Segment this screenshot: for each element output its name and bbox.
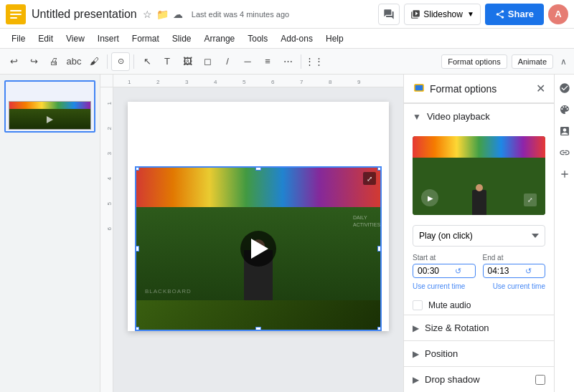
- panel-video-play-button[interactable]: [421, 189, 438, 206]
- menu-file[interactable]: File: [6, 32, 31, 45]
- toolbar-separator-3: [301, 54, 301, 69]
- end-time-refresh-icon[interactable]: ↺: [525, 267, 532, 276]
- video-playback-section-title: Video playback: [427, 111, 490, 122]
- user-avatar[interactable]: A: [548, 4, 568, 24]
- line-style-button[interactable]: ─: [238, 52, 257, 71]
- slide-video-embed[interactable]: DAILYACTIVITIES: [135, 166, 382, 331]
- size-rotation-arrow-icon: ▶: [413, 323, 419, 333]
- align-button[interactable]: ⋮⋮: [305, 52, 324, 71]
- folder-icon[interactable]: 📁: [156, 9, 169, 20]
- mute-audio-checkbox[interactable]: [413, 300, 423, 310]
- video-playback-arrow-icon: ▼: [413, 112, 421, 122]
- image-button[interactable]: 🖼: [178, 52, 197, 71]
- zoom-button[interactable]: ⊙: [111, 52, 130, 71]
- position-section-header[interactable]: ▶ Position: [404, 340, 554, 366]
- drop-shadow-checkbox[interactable]: [535, 375, 545, 385]
- menu-view[interactable]: View: [60, 32, 90, 45]
- cursor-button[interactable]: ↖: [138, 52, 156, 71]
- line-weight-button[interactable]: ≡: [258, 52, 277, 71]
- start-time-input-wrap: ↺: [413, 264, 476, 278]
- panel-video-expand-button[interactable]: ⤢: [524, 193, 537, 206]
- start-time-input[interactable]: [418, 266, 453, 276]
- svg-rect-2: [10, 14, 22, 15]
- redo-button[interactable]: ↪: [24, 52, 43, 71]
- text-button[interactable]: T: [158, 52, 177, 71]
- panel-video-colorful-banner: [413, 136, 545, 158]
- video-playback-section-header[interactable]: ▼ Video playback: [404, 103, 554, 129]
- panel-video-board: [413, 158, 545, 215]
- menu-format[interactable]: Format: [126, 32, 165, 45]
- print-button[interactable]: 🖨: [44, 52, 63, 71]
- canvas-body: 1 2 3 4 5 6: [100, 87, 403, 392]
- svg-rect-3: [10, 17, 17, 19]
- layout-icon[interactable]: [557, 123, 573, 139]
- size-rotation-section-header[interactable]: ▶ Size & Rotation: [404, 315, 554, 340]
- slideshow-dropdown-icon[interactable]: ▼: [467, 10, 474, 18]
- resize-handle-br[interactable]: [377, 327, 382, 331]
- resize-handle-ml[interactable]: [135, 246, 139, 252]
- line-dash-button[interactable]: ⋯: [278, 52, 297, 71]
- star-icon[interactable]: ☆: [143, 9, 152, 20]
- start-time-refresh-icon[interactable]: ↺: [455, 267, 461, 276]
- app-logo: [6, 4, 26, 24]
- menu-insert[interactable]: Insert: [92, 32, 125, 45]
- add-icon[interactable]: [557, 166, 573, 182]
- drop-shadow-label-group: ▶ Drop shadow: [413, 374, 480, 385]
- menu-arrange[interactable]: Arrange: [199, 32, 241, 45]
- size-rotation-section-title: Size & Rotation: [425, 322, 489, 333]
- format-panel-header: Format options ✕: [404, 75, 554, 103]
- start-use-current-link[interactable]: Use current time: [413, 282, 465, 290]
- shapes-button[interactable]: ◻: [198, 52, 217, 71]
- resize-handle-bl[interactable]: [135, 327, 139, 331]
- animate-button[interactable]: Animate: [512, 54, 553, 69]
- line-button[interactable]: /: [218, 52, 237, 71]
- paint-format-button[interactable]: 🖌: [85, 52, 103, 71]
- horizontal-ruler: 1 2 3 4 5 6 7 8 9: [113, 75, 403, 87]
- share-button[interactable]: Share: [485, 4, 544, 25]
- svg-rect-5: [415, 85, 423, 90]
- comments-button[interactable]: [378, 4, 400, 25]
- menu-help[interactable]: Help: [320, 32, 349, 45]
- format-panel-close-button[interactable]: ✕: [536, 82, 545, 95]
- resize-handle-tr[interactable]: [377, 166, 382, 171]
- menu-addons[interactable]: Add-ons: [275, 32, 319, 45]
- title-icon-group: ☆ 📁 ☁: [143, 9, 183, 20]
- end-use-current-link[interactable]: Use current time: [493, 282, 545, 290]
- play-option-select[interactable]: Play (on click) Play (automatically) Pla…: [413, 225, 545, 247]
- menu-edit[interactable]: Edit: [32, 32, 59, 45]
- cloud-icon[interactable]: ☁: [173, 9, 183, 20]
- format-options-button[interactable]: Format options: [441, 54, 507, 69]
- menu-tools[interactable]: Tools: [242, 32, 273, 45]
- format-panel-icon: [413, 82, 425, 95]
- menu-slide[interactable]: Slide: [166, 32, 197, 45]
- share-label: Share: [508, 9, 534, 19]
- drop-shadow-section-header[interactable]: ▶ Drop shadow: [404, 366, 554, 392]
- video-play-button[interactable]: [240, 231, 276, 267]
- start-time-label: Start at: [413, 254, 476, 262]
- toolbar: ↩ ↪ 🖨 abc 🖌 ⊙ ↖ T 🖼 ◻ / ─ ≡ ⋯ ⋮⋮ Format …: [0, 49, 574, 75]
- assistant-icon[interactable]: [557, 80, 573, 96]
- top-buttons: Slideshow ▼ Share A: [378, 4, 568, 25]
- resize-handle-tl[interactable]: [135, 166, 139, 171]
- expand-icon[interactable]: [363, 172, 376, 185]
- last-edit-text: Last edit was 4 minutes ago: [192, 10, 289, 19]
- toolbar-collapse-icon[interactable]: ∧: [557, 55, 570, 68]
- vruler-marks: 1 2 3 4 5 6: [100, 87, 113, 392]
- mute-audio-label: Mute audio: [428, 300, 471, 310]
- spellcheck-button[interactable]: abc: [65, 52, 83, 71]
- resize-handle-bm[interactable]: [255, 327, 261, 331]
- resize-handle-mr[interactable]: [377, 246, 382, 252]
- end-time-col: End at ↺: [483, 254, 546, 278]
- links-icon[interactable]: [557, 145, 573, 161]
- play-triangle-icon: [251, 239, 268, 259]
- undo-button[interactable]: ↩: [4, 52, 23, 71]
- end-time-input[interactable]: [488, 266, 524, 276]
- slideshow-button[interactable]: Slideshow ▼: [404, 4, 481, 25]
- vertical-ruler: 1 2 3 4 5 6: [100, 87, 113, 392]
- resize-handle-tm[interactable]: [255, 166, 261, 171]
- ruler-corner: [100, 75, 113, 87]
- theme-icon[interactable]: [557, 102, 573, 118]
- toolbar-right: Format options Animate ∧: [441, 54, 570, 69]
- slides-panel: 1: [0, 75, 100, 392]
- slide-thumbnail-1[interactable]: 1: [4, 80, 95, 133]
